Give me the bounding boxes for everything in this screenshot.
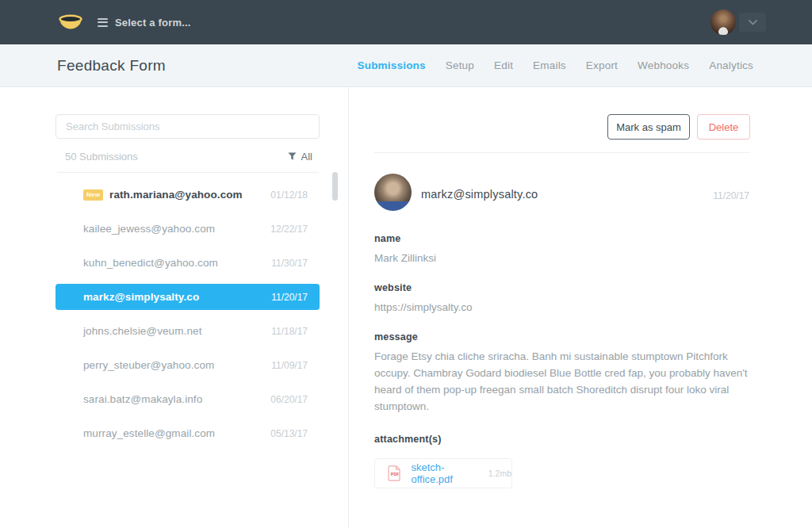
tab-submissions[interactable]: Submissions bbox=[358, 59, 426, 71]
top-navbar: Select a form... bbox=[0, 0, 812, 44]
list-item[interactable]: sarai.batz@makayla.info 06/20/17 bbox=[56, 382, 320, 416]
field-value-website: https://simplysalty.co bbox=[374, 299, 749, 316]
item-email: murray_estelle@gmail.com bbox=[83, 427, 270, 439]
pdf-file-icon: PDF bbox=[388, 465, 401, 482]
tab-webhooks[interactable]: Webhooks bbox=[638, 59, 689, 71]
submission-date: 11/20/17 bbox=[713, 190, 749, 201]
list-item[interactable]: johns.chelsie@veum.net 11/18/17 bbox=[56, 314, 320, 348]
tab-emails[interactable]: Emails bbox=[533, 59, 566, 71]
form-selector-label: Select a form... bbox=[115, 17, 191, 29]
item-email: sarai.batz@makayla.info bbox=[83, 393, 270, 405]
divider bbox=[57, 172, 319, 173]
item-date: 05/13/17 bbox=[270, 428, 308, 439]
content: 50 Submissions All New rath.mariana@yaho… bbox=[0, 88, 812, 528]
account-menu[interactable] bbox=[710, 10, 766, 35]
tab-edit[interactable]: Edit bbox=[494, 59, 513, 71]
list-item[interactable]: murray_estelle@gmail.com 05/13/17 bbox=[56, 416, 320, 450]
tab-analytics[interactable]: Analytics bbox=[709, 59, 753, 71]
field-value-name: Mark Zillinksi bbox=[374, 250, 749, 266]
item-date: 11/18/17 bbox=[271, 326, 308, 337]
submissions-panel: 50 Submissions All New rath.mariana@yaho… bbox=[0, 88, 349, 528]
list-item[interactable]: New rath.mariana@yahoo.com 01/12/18 bbox=[56, 178, 320, 212]
item-email: markz@simplysalty.co bbox=[83, 291, 271, 303]
submitter-avatar bbox=[374, 174, 412, 211]
submission-count: 50 Submissions bbox=[65, 151, 138, 163]
list-item[interactable]: kuhn_benedict@yahoo.com 11/30/17 bbox=[56, 246, 320, 280]
field-label-website: website bbox=[374, 282, 749, 294]
list-item[interactable]: perry_steuber@yahoo.com 11/09/17 bbox=[56, 348, 320, 382]
tab-bar: Submissions Setup Edit Emails Export Web… bbox=[358, 59, 753, 71]
attachment-link[interactable]: sketch-office.pdf bbox=[411, 461, 483, 485]
field-label-name: name bbox=[374, 233, 749, 245]
list-header: 50 Submissions All bbox=[56, 148, 320, 164]
field-value-message: Forage Etsy chia cliche sriracha. Banh m… bbox=[374, 348, 749, 415]
form-selector[interactable]: Select a form... bbox=[98, 17, 191, 29]
item-email: johns.chelsie@veum.net bbox=[83, 325, 271, 337]
field-label-message: message bbox=[374, 331, 749, 343]
divider bbox=[374, 152, 749, 153]
new-badge: New bbox=[83, 189, 103, 201]
user-avatar[interactable] bbox=[710, 10, 736, 35]
submission-fields: name Mark Zillinksi website https://simp… bbox=[374, 233, 749, 488]
submission-list: New rath.mariana@yahoo.com 01/12/18 kail… bbox=[56, 178, 320, 450]
form-dashboard: Select a form... Feedback Form Submissio… bbox=[0, 0, 812, 528]
item-date: 01/12/18 bbox=[270, 189, 308, 201]
tab-export[interactable]: Export bbox=[586, 59, 618, 71]
item-date: 11/09/17 bbox=[271, 360, 308, 371]
item-email: rath.mariana@yahoo.com bbox=[109, 189, 270, 201]
attachment-size: 1.2mb bbox=[488, 469, 511, 478]
menu-icon bbox=[98, 18, 108, 27]
list-item[interactable]: kailee_jewess@yahoo.com 12/22/17 bbox=[56, 212, 320, 246]
attachments-label: attachment(s) bbox=[374, 434, 749, 446]
search-input[interactable] bbox=[56, 114, 320, 139]
mark-as-spam-button[interactable]: Mark as spam bbox=[607, 114, 690, 140]
attachment-card: PDF sketch-office.pdf 1.2mb bbox=[374, 458, 512, 488]
funnel-icon bbox=[288, 152, 297, 161]
item-email: kuhn_benedict@yahoo.com bbox=[83, 257, 271, 269]
item-date: 11/20/17 bbox=[271, 292, 308, 303]
scrollbar-thumb[interactable] bbox=[332, 172, 338, 201]
filter-control[interactable]: All bbox=[288, 151, 312, 163]
item-date: 12/22/17 bbox=[270, 224, 308, 235]
submitter-email: markz@simplysalty.co bbox=[421, 188, 538, 201]
svg-text:PDF: PDF bbox=[391, 472, 400, 476]
delete-button[interactable]: Delete bbox=[697, 114, 750, 140]
item-email: kailee_jewess@yahoo.com bbox=[83, 223, 270, 235]
item-email: perry_steuber@yahoo.com bbox=[83, 359, 271, 371]
filter-value: All bbox=[301, 151, 312, 163]
item-date: 06/20/17 bbox=[270, 394, 308, 405]
list-item-selected[interactable]: markz@simplysalty.co 11/20/17 bbox=[56, 284, 320, 310]
bowl-logo-icon[interactable] bbox=[59, 13, 82, 32]
page-header: Feedback Form Submissions Setup Edit Ema… bbox=[0, 44, 812, 87]
page-title: Feedback Form bbox=[57, 57, 166, 75]
item-date: 11/30/17 bbox=[271, 258, 308, 269]
tab-setup[interactable]: Setup bbox=[446, 59, 474, 71]
chevron-down-icon[interactable] bbox=[739, 13, 766, 32]
